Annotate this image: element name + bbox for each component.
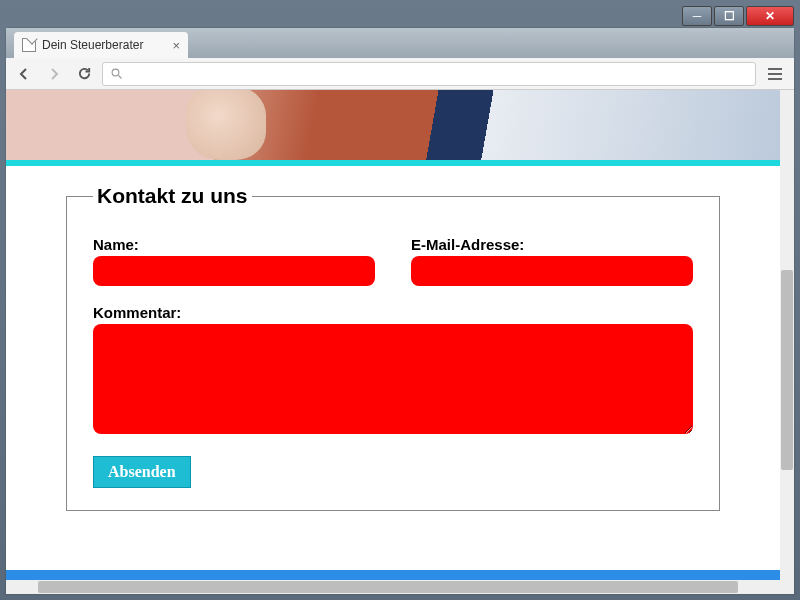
- hero-thumb-image: [186, 90, 266, 160]
- nav-forward-button[interactable]: [42, 62, 66, 86]
- submit-button[interactable]: Absenden: [93, 456, 191, 488]
- contact-fieldset: Kontakt zu uns Name: E-Mail-Adresse:: [66, 184, 720, 511]
- window-minimize-button[interactable]: ─: [682, 6, 712, 26]
- fieldset-legend: Kontakt zu uns: [93, 184, 252, 208]
- browser-tab-title: Dein Steuerberater: [42, 38, 166, 52]
- comment-textarea[interactable]: [93, 324, 693, 434]
- reload-icon: [77, 66, 92, 81]
- name-label: Name:: [93, 236, 375, 253]
- horizontal-scroll-thumb[interactable]: [38, 581, 738, 593]
- window-maximize-button[interactable]: ☐: [714, 6, 744, 26]
- nav-reload-button[interactable]: [72, 62, 96, 86]
- scroll-corner: [780, 580, 794, 594]
- window-titlebar: ─ ☐ ✕: [4, 4, 796, 28]
- page-favicon-icon: [22, 38, 36, 52]
- browser-tabstrip: Dein Steuerberater ×: [6, 28, 794, 58]
- name-input[interactable]: [93, 256, 375, 286]
- search-icon: [111, 68, 123, 80]
- svg-point-0: [112, 69, 119, 76]
- browser-shell: Dein Steuerberater ×: [6, 28, 794, 594]
- nav-back-button[interactable]: [12, 62, 36, 86]
- comment-label: Kommentar:: [93, 304, 693, 321]
- svg-line-1: [119, 75, 122, 78]
- vertical-scrollbar[interactable]: [780, 90, 794, 580]
- arrow-right-icon: [46, 66, 62, 82]
- email-input[interactable]: [411, 256, 693, 286]
- os-window-frame: ─ ☐ ✕ Dein Steuerberater ×: [0, 0, 800, 600]
- browser-menu-button[interactable]: [762, 62, 788, 86]
- email-label: E-Mail-Adresse:: [411, 236, 693, 253]
- arrow-left-icon: [16, 66, 32, 82]
- vertical-scroll-thumb[interactable]: [781, 270, 793, 470]
- browser-toolbar: [6, 58, 794, 90]
- window-close-button[interactable]: ✕: [746, 6, 794, 26]
- footer-bar: [6, 570, 780, 580]
- browser-tab-active[interactable]: Dein Steuerberater ×: [14, 32, 188, 58]
- address-bar[interactable]: [102, 62, 756, 86]
- page-content: Kontakt zu uns Name: E-Mail-Adresse:: [6, 90, 780, 580]
- horizontal-scrollbar[interactable]: [6, 580, 780, 594]
- tab-close-icon[interactable]: ×: [172, 38, 180, 53]
- hero-image: [6, 90, 780, 160]
- hamburger-icon: [768, 68, 782, 70]
- page-viewport: Kontakt zu uns Name: E-Mail-Adresse:: [6, 90, 794, 594]
